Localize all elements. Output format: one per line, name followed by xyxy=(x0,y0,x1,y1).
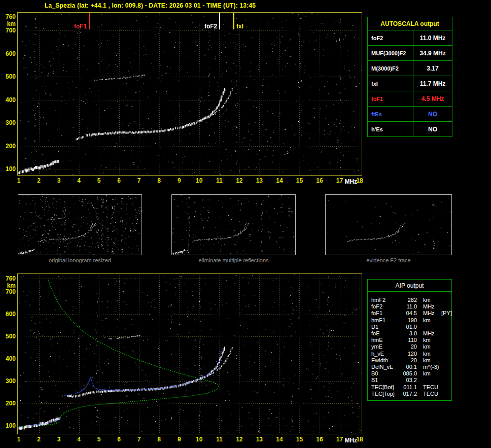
thumbnail-original xyxy=(18,194,142,255)
x-tick-label: 4 xyxy=(77,177,81,184)
aip-row: Ewidth20km xyxy=(371,357,449,364)
aip-row: hmF2282km xyxy=(371,297,449,303)
aip-param-extra: [PY] xyxy=(439,310,452,317)
aip-param-value: 03.2 xyxy=(400,377,417,384)
aip-param-extra xyxy=(439,343,449,350)
autoscala-param-label: fxI xyxy=(368,76,413,91)
aip-param-value: 04.5 xyxy=(400,310,417,317)
thumbnail-caption: evidence F2 trace xyxy=(325,257,452,263)
aip-param-extra xyxy=(439,384,449,391)
autoscala-param-value: 11.0 MHz xyxy=(413,30,452,46)
y-tick-label: 600 xyxy=(1,311,16,318)
x-tick-label: 6 xyxy=(117,177,121,184)
aip-param-label: foF2 xyxy=(371,303,400,310)
marker-label-foF2: foF2 xyxy=(204,23,217,30)
aip-param-unit: MHz xyxy=(417,330,439,337)
x-tick-label: 14 xyxy=(276,177,283,184)
aip-panel: AIP output hmF2282kmfoF211.0MHzfoF104.5M… xyxy=(367,279,452,401)
x-tick-label: 1 xyxy=(17,177,21,184)
aip-param-value: 017.2 xyxy=(400,391,417,397)
autoscala-param-label: foF2 xyxy=(368,30,413,46)
aip-param-extra xyxy=(439,330,449,337)
x-tick-label: 2 xyxy=(37,436,41,443)
aip-param-extra xyxy=(439,317,449,324)
autoscala-row: h'EsNO xyxy=(368,122,452,137)
x-tick-label: 14 xyxy=(276,436,283,443)
aip-param-label: D1 xyxy=(371,324,400,330)
y-tick-label: 500 xyxy=(1,333,16,340)
x-tick-label: 17 xyxy=(336,436,343,443)
aip-param-unit: km xyxy=(417,370,439,377)
y-tick-label: 600 xyxy=(1,50,16,57)
aip-param-unit: MHz xyxy=(417,310,439,317)
mhz-unit-label: MHz xyxy=(344,178,357,185)
autoscala-row: M(3000)F23.17 xyxy=(368,61,452,76)
y-tick-label: 700 xyxy=(1,27,16,34)
x-tick-label: 18 xyxy=(356,177,363,184)
autoscala-param-value: 4.5 MHz xyxy=(413,91,452,107)
x-tick-label: 16 xyxy=(316,436,323,443)
x-tick-label: 5 xyxy=(97,436,101,443)
autoscala-param-label: h'Es xyxy=(368,122,413,137)
autoscala-row: fxI11.7 MHz xyxy=(368,76,452,91)
aip-param-extra xyxy=(439,324,449,330)
x-tick-label: 10 xyxy=(196,177,202,184)
x-tick-label: 9 xyxy=(178,436,181,443)
aip-param-unit: km xyxy=(417,337,439,343)
x-tick-label: 10 xyxy=(196,436,202,443)
autoscala-param-value: 11.7 MHz xyxy=(413,76,452,91)
x-tick-label: 8 xyxy=(157,177,161,184)
aip-param-unit: MHz xyxy=(417,303,439,310)
aip-param-label: ymE xyxy=(371,343,400,350)
autoscala-param-value: 34.9 MHz xyxy=(413,46,452,61)
x-tick-label: 18 xyxy=(356,436,363,443)
aip-row: hmF1190km xyxy=(371,317,449,324)
aip-param-label: hmF2 xyxy=(371,297,400,303)
autoscala-param-value: NO xyxy=(413,107,452,122)
y-tick-label: 400 xyxy=(1,355,16,362)
thumbnail-caption: original ionogram resized xyxy=(18,257,142,263)
autoscala-header: AUTOSCALA output xyxy=(368,17,452,30)
aip-param-label: hmE xyxy=(371,337,400,343)
x-tick-label: 4 xyxy=(77,436,81,443)
thumbnail-no-reflections xyxy=(171,194,296,255)
autoscala-row: foF14.5 MHz xyxy=(368,91,452,107)
aip-rows: hmF2282kmfoF211.0MHzfoF104.5MHz[PY]hmF11… xyxy=(368,292,451,400)
y-tick-label: 300 xyxy=(1,119,16,126)
x-tick-label: 12 xyxy=(236,177,242,184)
x-tick-label: 15 xyxy=(296,436,303,443)
x-tick-label: 3 xyxy=(57,177,61,184)
y-tick-label: 700 xyxy=(1,288,16,295)
aip-param-extra xyxy=(439,377,449,384)
aip-param-value: 00.1 xyxy=(400,364,417,370)
aip-param-extra xyxy=(439,297,449,303)
autoscala-param-value: NO xyxy=(413,122,452,137)
thumbnail-original-canvas xyxy=(18,195,142,255)
x-tick-label: 11 xyxy=(216,177,223,184)
aip-row: B0085.0km xyxy=(371,370,449,377)
aip-param-label: B1 xyxy=(371,377,400,384)
y-tick-label: 400 xyxy=(1,96,16,104)
aip-row: DelN_vE00.1m^(-3) xyxy=(371,364,449,370)
y-tick-label: 100 xyxy=(1,422,16,429)
autoscala-param-label: MUF(3000)F2 xyxy=(368,46,413,61)
autoscala-row: MUF(3000)F234.9 MHz xyxy=(368,46,452,61)
aip-param-extra xyxy=(439,351,449,357)
mhz-unit-label: MHz xyxy=(344,437,357,444)
aip-param-unit: km xyxy=(417,351,439,357)
aip-param-extra xyxy=(439,303,449,310)
x-tick-label: 1 xyxy=(17,436,21,443)
y-tick-label: 300 xyxy=(1,377,16,385)
aip-row: B103.2 xyxy=(371,377,449,384)
aip-param-extra xyxy=(439,364,449,370)
thumbnail-f2-trace xyxy=(325,194,452,255)
aip-row: TEC[Top]017.2TECU xyxy=(371,391,449,397)
autoscala-param-value: 3.17 xyxy=(413,61,452,76)
window-title: La_Spezia (lat: +44.1 , lon: 009.8) - DA… xyxy=(45,2,256,9)
autoscala-param-label: M(3000)F2 xyxy=(368,61,413,76)
main-ionogram-canvas xyxy=(18,13,362,175)
aip-param-label: hmF1 xyxy=(371,317,400,324)
autoscala-row: ftEsNO xyxy=(368,107,452,122)
aip-row: foE3.0MHz xyxy=(371,330,449,337)
aip-param-unit: km xyxy=(417,343,439,350)
